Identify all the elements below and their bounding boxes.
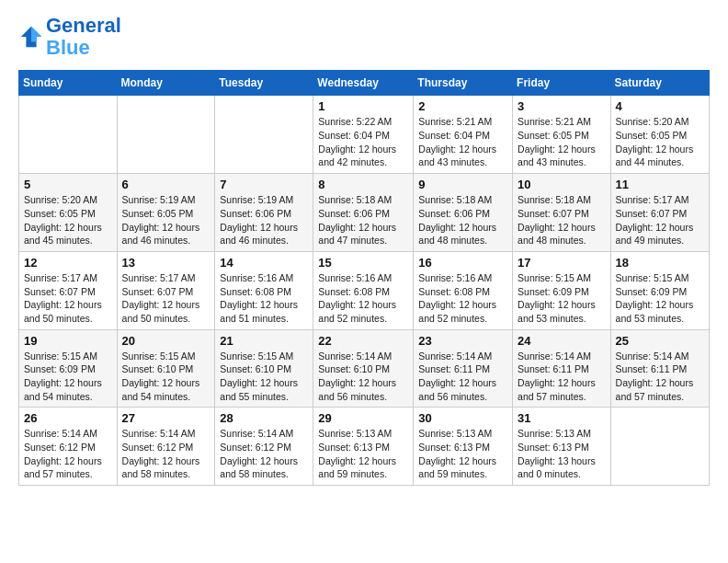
day-cell: 31Sunrise: 5:13 AM Sunset: 6:13 PM Dayli… [513, 408, 611, 486]
day-info: Sunrise: 5:20 AM Sunset: 6:05 PM Dayligh… [616, 115, 704, 169]
page: GeneralBlue SundayMondayTuesdayWednesday… [0, 0, 728, 500]
day-info: Sunrise: 5:19 AM Sunset: 6:06 PM Dayligh… [220, 193, 308, 247]
day-info: Sunrise: 5:14 AM Sunset: 6:12 PM Dayligh… [24, 427, 112, 481]
day-info: Sunrise: 5:13 AM Sunset: 6:13 PM Dayligh… [418, 427, 507, 481]
day-cell: 3Sunrise: 5:21 AM Sunset: 6:05 PM Daylig… [513, 96, 611, 174]
day-cell: 10Sunrise: 5:18 AM Sunset: 6:07 PM Dayli… [513, 174, 611, 252]
day-cell: 13Sunrise: 5:17 AM Sunset: 6:07 PM Dayli… [117, 251, 215, 329]
day-number: 30 [418, 411, 507, 425]
day-info: Sunrise: 5:15 AM Sunset: 6:09 PM Dayligh… [616, 271, 704, 326]
day-number: 11 [616, 178, 704, 191]
header: GeneralBlue [18, 15, 710, 59]
day-cell: 14Sunrise: 5:16 AM Sunset: 6:08 PM Dayli… [215, 251, 313, 329]
day-cell: 17Sunrise: 5:15 AM Sunset: 6:09 PM Dayli… [513, 251, 611, 329]
day-cell: 28Sunrise: 5:14 AM Sunset: 6:12 PM Dayli… [215, 408, 313, 486]
week-row-1: 1Sunrise: 5:22 AM Sunset: 6:04 PM Daylig… [19, 96, 710, 174]
day-info: Sunrise: 5:22 AM Sunset: 6:04 PM Dayligh… [318, 115, 408, 169]
day-number: 28 [220, 411, 308, 425]
day-info: Sunrise: 5:14 AM Sunset: 6:11 PM Dayligh… [418, 350, 507, 404]
day-info: Sunrise: 5:13 AM Sunset: 6:13 PM Dayligh… [318, 427, 408, 481]
day-cell: 12Sunrise: 5:17 AM Sunset: 6:07 PM Dayli… [19, 251, 118, 329]
day-cell [215, 96, 313, 174]
weekday-header-saturday: Saturday [610, 71, 709, 96]
week-row-5: 26Sunrise: 5:14 AM Sunset: 6:12 PM Dayli… [19, 408, 710, 486]
day-info: Sunrise: 5:16 AM Sunset: 6:08 PM Dayligh… [318, 271, 408, 326]
day-cell: 11Sunrise: 5:17 AM Sunset: 6:07 PM Dayli… [610, 174, 709, 252]
day-cell [610, 408, 709, 486]
day-number: 13 [122, 256, 210, 270]
day-cell [117, 96, 215, 174]
day-info: Sunrise: 5:20 AM Sunset: 6:05 PM Dayligh… [24, 193, 112, 247]
day-info: Sunrise: 5:14 AM Sunset: 6:11 PM Dayligh… [518, 350, 606, 404]
weekday-header-monday: Monday [117, 71, 215, 96]
day-info: Sunrise: 5:13 AM Sunset: 6:13 PM Dayligh… [518, 427, 606, 481]
day-info: Sunrise: 5:15 AM Sunset: 6:09 PM Dayligh… [518, 271, 606, 326]
day-cell: 7Sunrise: 5:19 AM Sunset: 6:06 PM Daylig… [215, 174, 313, 252]
day-number: 16 [418, 256, 507, 270]
day-number: 9 [418, 178, 507, 191]
day-cell: 30Sunrise: 5:13 AM Sunset: 6:13 PM Dayli… [414, 408, 513, 486]
day-info: Sunrise: 5:21 AM Sunset: 6:04 PM Dayligh… [418, 115, 507, 169]
day-number: 31 [518, 411, 606, 425]
day-number: 10 [518, 178, 606, 191]
day-number: 26 [24, 411, 112, 425]
day-number: 24 [518, 334, 606, 348]
weekday-header-thursday: Thursday [414, 71, 513, 96]
weekday-header-wednesday: Wednesday [313, 71, 414, 96]
day-cell: 8Sunrise: 5:18 AM Sunset: 6:06 PM Daylig… [313, 174, 414, 252]
day-number: 8 [318, 178, 408, 191]
day-info: Sunrise: 5:14 AM Sunset: 6:10 PM Dayligh… [318, 350, 408, 404]
day-cell: 27Sunrise: 5:14 AM Sunset: 6:12 PM Dayli… [117, 408, 215, 486]
day-info: Sunrise: 5:14 AM Sunset: 6:12 PM Dayligh… [220, 427, 308, 481]
calendar-table: SundayMondayTuesdayWednesdayThursdayFrid… [18, 70, 710, 486]
day-number: 17 [518, 256, 606, 270]
day-number: 1 [318, 99, 408, 113]
day-info: Sunrise: 5:16 AM Sunset: 6:08 PM Dayligh… [418, 271, 507, 326]
day-info: Sunrise: 5:17 AM Sunset: 6:07 PM Dayligh… [616, 193, 704, 247]
day-info: Sunrise: 5:18 AM Sunset: 6:07 PM Dayligh… [518, 193, 606, 247]
logo: GeneralBlue [18, 15, 121, 59]
day-cell: 25Sunrise: 5:14 AM Sunset: 6:11 PM Dayli… [610, 329, 709, 408]
day-cell: 21Sunrise: 5:15 AM Sunset: 6:10 PM Dayli… [215, 329, 313, 408]
week-row-3: 12Sunrise: 5:17 AM Sunset: 6:07 PM Dayli… [19, 251, 710, 329]
day-cell: 26Sunrise: 5:14 AM Sunset: 6:12 PM Dayli… [19, 408, 118, 486]
week-row-2: 5Sunrise: 5:20 AM Sunset: 6:05 PM Daylig… [19, 174, 710, 252]
day-number: 7 [220, 178, 308, 191]
day-cell: 19Sunrise: 5:15 AM Sunset: 6:09 PM Dayli… [19, 329, 118, 408]
day-number: 18 [616, 256, 704, 270]
day-number: 6 [122, 178, 210, 191]
logo-icon [18, 24, 44, 50]
weekday-header-sunday: Sunday [19, 71, 118, 96]
day-number: 19 [24, 334, 112, 348]
day-cell: 24Sunrise: 5:14 AM Sunset: 6:11 PM Dayli… [513, 329, 611, 408]
day-number: 15 [318, 256, 408, 270]
day-cell: 1Sunrise: 5:22 AM Sunset: 6:04 PM Daylig… [313, 96, 414, 174]
day-cell: 29Sunrise: 5:13 AM Sunset: 6:13 PM Dayli… [313, 408, 414, 486]
day-number: 5 [24, 178, 112, 191]
day-info: Sunrise: 5:17 AM Sunset: 6:07 PM Dayligh… [24, 271, 112, 326]
day-info: Sunrise: 5:18 AM Sunset: 6:06 PM Dayligh… [318, 193, 408, 247]
day-cell [19, 96, 118, 174]
day-number: 2 [418, 99, 507, 113]
day-info: Sunrise: 5:14 AM Sunset: 6:12 PM Dayligh… [122, 427, 210, 481]
day-info: Sunrise: 5:16 AM Sunset: 6:08 PM Dayligh… [220, 271, 308, 326]
day-number: 3 [518, 99, 606, 113]
day-number: 23 [418, 334, 507, 348]
day-number: 20 [122, 334, 210, 348]
day-info: Sunrise: 5:18 AM Sunset: 6:06 PM Dayligh… [418, 193, 507, 247]
day-number: 12 [24, 256, 112, 270]
day-cell: 5Sunrise: 5:20 AM Sunset: 6:05 PM Daylig… [19, 174, 118, 252]
day-cell: 15Sunrise: 5:16 AM Sunset: 6:08 PM Dayli… [313, 251, 414, 329]
day-number: 21 [220, 334, 308, 348]
day-cell: 2Sunrise: 5:21 AM Sunset: 6:04 PM Daylig… [414, 96, 513, 174]
day-cell: 6Sunrise: 5:19 AM Sunset: 6:05 PM Daylig… [117, 174, 215, 252]
day-info: Sunrise: 5:15 AM Sunset: 6:10 PM Dayligh… [122, 350, 210, 404]
svg-marker-1 [31, 27, 41, 42]
day-cell: 9Sunrise: 5:18 AM Sunset: 6:06 PM Daylig… [414, 174, 513, 252]
weekday-header-tuesday: Tuesday [215, 71, 313, 96]
day-info: Sunrise: 5:14 AM Sunset: 6:11 PM Dayligh… [616, 350, 704, 404]
weekday-header-row: SundayMondayTuesdayWednesdayThursdayFrid… [19, 71, 710, 96]
day-cell: 23Sunrise: 5:14 AM Sunset: 6:11 PM Dayli… [414, 329, 513, 408]
day-info: Sunrise: 5:15 AM Sunset: 6:09 PM Dayligh… [24, 350, 112, 404]
day-cell: 4Sunrise: 5:20 AM Sunset: 6:05 PM Daylig… [610, 96, 709, 174]
